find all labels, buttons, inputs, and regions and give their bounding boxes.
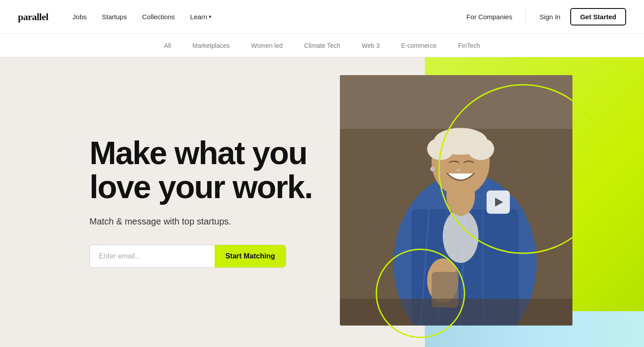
sub-nav-ecommerce[interactable]: E-commerce [401, 40, 436, 51]
hero-circle-bottom [376, 249, 465, 338]
email-input[interactable] [90, 245, 215, 267]
nav-divider [525, 10, 526, 24]
start-matching-button[interactable]: Start Matching [215, 245, 286, 267]
hero-content: Make what you love your work. Match & me… [0, 136, 349, 268]
sub-nav-all[interactable]: All [164, 40, 171, 51]
svg-point-14 [430, 167, 435, 171]
hero-subtitle: Match & message with top startups. [89, 216, 349, 227]
nav-jobs[interactable]: Jobs [66, 9, 93, 24]
sub-nav-web3[interactable]: Web 3 [362, 40, 380, 51]
hero-circle-outline [438, 84, 608, 254]
hero-title: Make what you love your work. [89, 136, 349, 204]
sub-nav-marketplaces[interactable]: Marketplaces [192, 40, 229, 51]
hero-visual [340, 57, 644, 347]
get-started-button[interactable]: Get Started [570, 8, 626, 25]
hero-section: Make what you love your work. Match & me… [0, 57, 644, 347]
sub-nav-climate-tech[interactable]: Climate Tech [304, 40, 340, 51]
chevron-down-icon: ▾ [209, 14, 212, 20]
navbar: parallel Jobs Startups Collections Learn… [0, 0, 644, 34]
nav-collections[interactable]: Collections [136, 9, 181, 24]
nav-links: Jobs Startups Collections Learn ▾ [66, 9, 460, 24]
hero-cta-form: Start Matching [89, 245, 286, 268]
nav-right: For Companies Sign In Get Started [460, 8, 626, 25]
sub-nav-fintech[interactable]: FinTech [458, 40, 480, 51]
sub-nav: All Marketplaces Women led Climate Tech … [0, 34, 644, 57]
brand-logo[interactable]: parallel [18, 11, 48, 23]
nav-for-companies[interactable]: For Companies [460, 9, 519, 24]
sign-in-button[interactable]: Sign In [533, 9, 567, 24]
nav-learn[interactable]: Learn ▾ [184, 9, 218, 24]
play-icon [495, 198, 503, 207]
sub-nav-women-led[interactable]: Women led [251, 40, 283, 51]
play-button[interactable] [487, 190, 510, 214]
nav-startups[interactable]: Startups [96, 9, 133, 24]
